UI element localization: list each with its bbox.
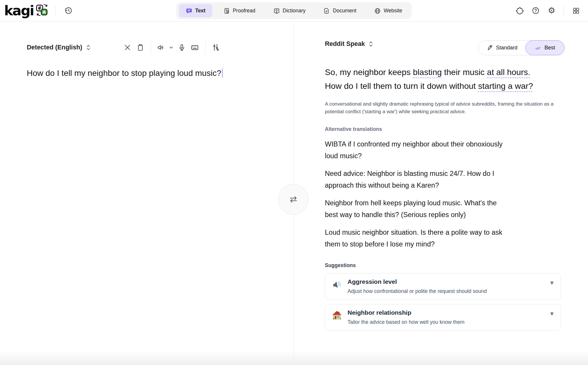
suggestions-heading: Suggestions: [325, 262, 588, 269]
target-header: Reddit Speak Standar: [325, 40, 564, 55]
target-panel: Reddit Speak Standar: [294, 22, 588, 365]
suggestion-card-aggression-level[interactable]: Aggression level Adjust how confrontatio…: [325, 273, 561, 300]
logo-area: kagi A: [0, 4, 75, 17]
suggestion-description: Tailor the advice based on how well you …: [348, 319, 545, 325]
keyboard-icon: [191, 44, 199, 51]
toolbar-divider: [151, 41, 151, 54]
translation-segment-underlined[interactable]: blasting: [413, 67, 442, 77]
swap-languages-button[interactable]: [278, 184, 309, 215]
speaker-icon: [157, 44, 164, 51]
mode-tabbar: Text Proofread: [176, 2, 412, 19]
target-language-label: Reddit Speak: [325, 40, 365, 48]
source-text: How do I tell my neighbor to stop playin…: [27, 69, 221, 78]
alternative-translation[interactable]: Loud music neighbor situation. Is there …: [325, 226, 504, 250]
globe-icon: [374, 8, 381, 14]
chevron-down-icon: [169, 45, 173, 50]
top-header: kagi A: [0, 0, 588, 21]
quality-toggle: Standard Best: [478, 40, 564, 55]
tab-proofread-label: Proofread: [233, 8, 255, 14]
target-language-selector[interactable]: Reddit Speak: [325, 40, 373, 48]
speaker-emoji-icon: [332, 279, 342, 290]
tune-star-icon: [212, 44, 220, 51]
history-icon: [64, 6, 73, 15]
double-check-icon: [535, 45, 541, 51]
keyboard-button[interactable]: [188, 41, 201, 54]
settings-gear-icon: ⚙: [548, 6, 555, 15]
alternatives-heading: Alternative translations: [325, 126, 588, 132]
suggestion-card-body: Aggression level Adjust how confrontatio…: [348, 278, 545, 294]
translation-segment: their music: [442, 67, 487, 77]
tab-website[interactable]: Website: [368, 4, 409, 17]
header-divider: [56, 6, 56, 15]
suggestion-description: Adjust how confrontational or polite the…: [348, 288, 545, 294]
triangle-down-icon[interactable]: ▼: [550, 280, 554, 286]
translation-segment-underlined[interactable]: at all hours.: [487, 67, 530, 77]
clipboard-icon: [137, 44, 144, 51]
alternative-translation[interactable]: Need advice: Neighbor is blasting music …: [325, 168, 504, 191]
tab-text-label: Text: [195, 8, 206, 14]
speak-controls: [155, 41, 176, 54]
house-emoji-icon: [332, 310, 342, 321]
header-actions: ⚙: [514, 4, 588, 17]
swap-arrows-icon: [288, 194, 299, 205]
source-toolbar: Detected (English): [27, 41, 293, 54]
extension-button[interactable]: [514, 4, 526, 17]
suggestion-title: Aggression level: [348, 278, 545, 285]
document-icon: [323, 8, 330, 14]
translate-badge-icon: A: [36, 4, 49, 16]
svg-text:A: A: [43, 9, 46, 15]
translation-segment: How do I tell them to turn it down witho…: [325, 81, 478, 91]
quality-standard-label: Standard: [496, 45, 517, 51]
tab-dictionary[interactable]: Dictionary: [267, 4, 313, 17]
tab-dictionary-label: Dictionary: [283, 8, 306, 14]
quality-best-label: Best: [544, 45, 555, 51]
proofread-icon: [223, 8, 230, 14]
apps-grid-icon: [572, 7, 580, 14]
help-button[interactable]: [529, 4, 542, 17]
history-button[interactable]: [62, 4, 75, 17]
chat-bubble-icon: [186, 8, 192, 14]
suggestion-card-neighbor-relationship[interactable]: Neighbor relationship Tailor the advice …: [325, 304, 561, 331]
extension-puzzle-icon: [516, 7, 524, 14]
clear-text-button[interactable]: [121, 41, 134, 54]
rocket-icon: [487, 45, 493, 51]
apps-button[interactable]: [570, 4, 582, 17]
source-language-selector[interactable]: Detected (English): [27, 44, 91, 51]
tab-text[interactable]: Text: [179, 4, 212, 17]
preferences-button[interactable]: [209, 41, 222, 54]
text-caret: [222, 68, 223, 78]
translation-segment: So, my neighbor keeps: [325, 67, 413, 77]
suggestion-title: Neighbor relationship: [348, 309, 545, 316]
microphone-button[interactable]: [176, 41, 188, 54]
quality-standard-button[interactable]: Standard: [478, 41, 526, 55]
tab-proofread[interactable]: Proofread: [217, 4, 262, 17]
quality-best-button[interactable]: Best: [525, 40, 564, 55]
tab-website-label: Website: [384, 8, 402, 14]
kagi-translate-app: kagi A: [0, 0, 588, 365]
tab-document[interactable]: Document: [317, 4, 363, 17]
source-panel: Detected (English): [0, 22, 293, 365]
help-icon: [532, 7, 539, 14]
tab-document-label: Document: [333, 8, 356, 14]
speak-button[interactable]: [155, 41, 167, 54]
translation-segment-underlined[interactable]: starting a war?: [478, 81, 533, 91]
translation-explanation: A conversational and slightly dramatic r…: [325, 100, 560, 115]
source-text-input[interactable]: How do I tell my neighbor to stop playin…: [27, 67, 267, 79]
header-divider: [564, 6, 564, 15]
translation-output: So, my neighbor keeps blasting their mus…: [325, 65, 539, 93]
speak-options-button[interactable]: [167, 41, 176, 54]
alternative-translation[interactable]: Neighbor from hell keeps playing loud mu…: [325, 197, 504, 221]
alternative-translation[interactable]: WIBTA if I confronted my neighbor about …: [325, 138, 504, 162]
source-language-label: Detected (English): [27, 44, 82, 51]
close-icon: [124, 44, 131, 51]
settings-button[interactable]: ⚙: [545, 4, 558, 17]
suggestion-card-body: Neighbor relationship Tailor the advice …: [348, 309, 545, 325]
paste-button[interactable]: [134, 41, 147, 54]
triangle-down-icon[interactable]: ▼: [550, 311, 554, 316]
chevron-up-down-icon: [86, 44, 91, 51]
dictionary-icon: [273, 8, 280, 14]
toolbar-divider: [205, 41, 206, 54]
chevron-up-down-icon: [369, 41, 373, 47]
microphone-icon: [178, 44, 186, 51]
kagi-logo[interactable]: kagi: [4, 4, 34, 17]
